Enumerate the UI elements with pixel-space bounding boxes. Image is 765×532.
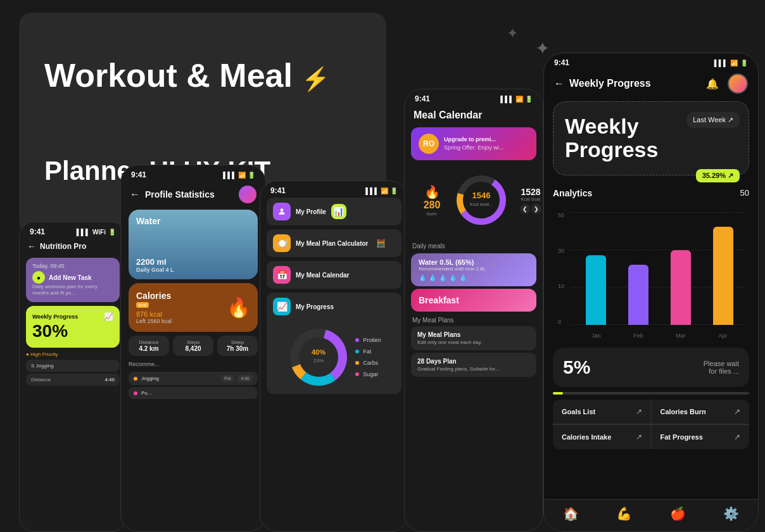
water-card: Water 2200 ml Daily Goal 4 L	[129, 210, 258, 279]
bar-apr	[713, 227, 733, 325]
progress-card: Weekly Progress 📈 30%	[26, 306, 120, 348]
water-amount: 2200 ml Daily Goal 4 L	[136, 257, 174, 273]
meal-plan-item: My Meal Plans Edit only one meal each da…	[411, 326, 536, 350]
time-4: 9:41	[415, 94, 430, 103]
y-label-10: 10	[558, 283, 564, 289]
legend-protein: Protien	[355, 337, 381, 343]
pct-badge: 35.29% ↗	[696, 169, 740, 182]
bar-feb-fill	[628, 265, 648, 325]
priority-label: ● High Priority	[26, 352, 120, 357]
status-bar-3: 9:41 ▌▌▌ 📶 🔋	[260, 181, 408, 198]
time-1: 9:41	[30, 227, 45, 236]
progress-label: Weekly Progress	[32, 314, 78, 320]
back-arrow-1[interactable]: ←	[27, 241, 36, 251]
task-item-1: S Jogging	[26, 360, 120, 372]
nav-progress-icon: 📈	[273, 298, 291, 315]
task-tag-pol: Pol	[221, 375, 234, 382]
nav-item-meal-cal[interactable]: 📅 My Meal Calendar	[267, 261, 401, 289]
status-icons-5: ▌▌▌📶🔋	[714, 60, 748, 66]
task-row-push: Pu...	[129, 387, 258, 399]
calc-icon: 🧮	[373, 236, 388, 251]
star-decoration-1: ✦	[507, 25, 518, 42]
back-btn-2[interactable]: ←	[130, 189, 140, 200]
promo-avatar: RO	[419, 134, 439, 154]
nav-item-meal-plan[interactable]: 🍽️ My Meal Plan Calculator 🧮	[267, 229, 401, 257]
analytics-num: 50	[740, 188, 749, 198]
status-bar-4: 9:41 ▌▌▌ 📶 🔋	[405, 89, 543, 106]
task-label-push: Pu...	[141, 390, 253, 396]
arrow-goals: ↗	[636, 407, 642, 416]
water-item-sub: Recommended until now 2.8L	[419, 266, 529, 272]
x-label-feb: Feb	[628, 332, 648, 339]
next-btn[interactable]: ❯	[531, 204, 541, 214]
page-title-1: Nutrition Pro	[40, 242, 86, 251]
legend-carbs: Carbs	[355, 360, 381, 366]
last-week-btn[interactable]: Last Week ↗	[686, 112, 740, 128]
status-icons-4: ▌▌▌ 📶 🔋	[500, 96, 533, 103]
calories-left: Left 1560 kcal	[136, 318, 172, 324]
progress-pct-value: 5%	[563, 357, 590, 378]
phone-weekly-progress: 9:41 ▌▌▌📶🔋 ← Weekly Progress 🔔 Weekly Pr…	[543, 53, 759, 532]
status-bar-2: 9:41 ▌▌▌ 📶 🔋	[121, 165, 265, 182]
promo-text: Upgrade to premi... Spring Offer: Enjoy …	[444, 136, 529, 151]
bar-apr-fill	[713, 227, 733, 325]
arrow-calories-burn: ↗	[734, 407, 740, 416]
y-label-30: 30	[558, 248, 564, 254]
nav-home[interactable]: 🏠	[563, 506, 579, 521]
arrow-fat-progress: ↗	[734, 433, 740, 441]
x-labels: Jan Feb Mar Apr	[575, 332, 744, 339]
water-item-title: Water 0.5L (65%)	[419, 258, 474, 266]
link-fat-progress[interactable]: Fat Progress ↗	[652, 424, 750, 449]
status-bar-1: 9:41 ▌▌▌WiFi🔋	[20, 222, 126, 239]
link-calories-intake[interactable]: Calories Intake ↗	[553, 424, 651, 449]
nav-meal[interactable]: 🍎	[670, 506, 686, 521]
back-btn-5[interactable]: ←	[554, 78, 564, 89]
bar-mar-fill	[671, 250, 691, 325]
stats-row: Distance 4.2 km Steps 8,420 Sleep 7h 30m	[129, 336, 258, 356]
nav-item-profile[interactable]: My Profile 📊	[267, 198, 401, 225]
progress-bar-fill	[553, 392, 563, 395]
nav-meal-icon: 🍽️	[273, 234, 291, 252]
kcal-badge: kcal	[136, 302, 149, 308]
distance-label: Distance	[31, 377, 51, 383]
task-label-jogging: Jogging	[141, 376, 217, 381]
status-bar-5: 9:41 ▌▌▌📶🔋	[544, 53, 758, 70]
nav-item-progress[interactable]: 📈 My Progress 40% 23%	[267, 293, 401, 394]
calories-title: Calories	[136, 291, 172, 301]
time-5: 9:41	[554, 58, 569, 67]
weekly-title: Weekly Progress	[569, 78, 701, 89]
bar-mar	[671, 250, 691, 325]
water-label: Water	[136, 216, 160, 226]
x-label-jan: Jan	[586, 332, 606, 339]
link-calories-burn[interactable]: Calories Burn ↗	[652, 400, 750, 424]
calories-amount: 876 kcal	[136, 310, 172, 318]
days-plan-item: 28 Days Plan Gradual Fasting plans, Suit…	[411, 353, 536, 377]
nav-profile-icon	[273, 203, 291, 220]
bar-jan	[586, 255, 606, 325]
task-time: Today, 09:45	[32, 263, 113, 269]
calories-icon: 🔥	[227, 296, 250, 319]
status-icons-1: ▌▌▌WiFi🔋	[77, 229, 116, 236]
days-plan-sub: Gradual Fasting plans, Suitable for...	[417, 366, 530, 372]
breakfast-title: Breakfast	[419, 295, 529, 305]
legend-dot-fat	[355, 350, 359, 353]
task-tag-time: 4:40	[237, 375, 253, 382]
progress-bar-wrap	[553, 392, 749, 395]
nav-settings[interactable]: ⚙️	[723, 506, 739, 521]
profile-avatar	[239, 186, 256, 203]
promo-banner[interactable]: RO Upgrade to premi... Spring Offer: Enj…	[411, 127, 536, 160]
kcal-goal-block: 1528 Kcal Goal ❮ ❯	[515, 187, 543, 214]
phone-nutrition: 9:41 ▌▌▌WiFi🔋 ← Nutrition Pro Today, 09:…	[19, 222, 127, 532]
nav-workout[interactable]: 💪	[616, 506, 632, 521]
bell-icon[interactable]: 🔔	[706, 78, 719, 90]
phone-menu: 9:41 ▌▌▌ 📶 🔋 My Profile 📊 🍽️ My Meal Pla…	[260, 180, 408, 532]
link-goals-list[interactable]: Goals List ↗	[553, 400, 651, 424]
burn-block: 🔥 280 burn	[416, 184, 448, 217]
profile-icon-badge: 📊	[331, 204, 346, 219]
bar-feb	[628, 265, 648, 325]
task-name: Add New Task	[49, 274, 92, 281]
links-grid: Goals List ↗ Calories Burn ↗ Calories In…	[553, 400, 749, 449]
svg-text:Kcal avail...: Kcal avail...	[470, 202, 493, 206]
prev-btn[interactable]: ❮	[520, 204, 530, 214]
distance-val: 4:40	[104, 377, 115, 383]
